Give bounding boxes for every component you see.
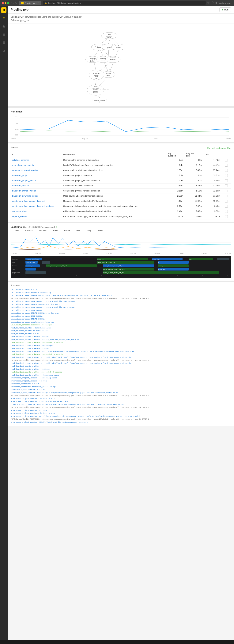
tab-close-icon[interactable]: ✕ <box>38 2 39 4</box>
run-with-upstreams-button[interactable]: Run with upstreams <box>207 147 226 149</box>
svg-line-12 <box>95 81 96 85</box>
app-container: M ≡ ◉ ⊞ ☰ ⚙ Pipeline pypi ▶ Run Builds a… <box>0 6 234 640</box>
node-avg-run-cell: 16:02m <box>184 199 203 204</box>
svg-text:version: version <box>106 48 111 50</box>
bookmark-icon[interactable]: ☆ <box>207 1 210 5</box>
dag-node-transform-download-counts: transform download counts <box>106 56 120 62</box>
node-id-cell[interactable]: transform_project_version <box>11 178 62 184</box>
svg-text:replace_schema: replace_schema <box>94 100 105 102</box>
sidebar-icon-grid[interactable]: ⊞ <box>2 32 6 37</box>
node-checkbox-cell[interactable] <box>222 168 231 173</box>
forward-button[interactable]: › <box>13 1 14 5</box>
dag-graph[interactable]: read download counts preprocess project … <box>11 27 231 103</box>
log-line: initialize_schemas: DROP SCHEMA <box>11 315 231 318</box>
browser-tab[interactable]: Pipeline pypi ✕ <box>19 1 42 5</box>
node-id-cell[interactable]: transform_download_counts <box>11 194 62 199</box>
run-button[interactable]: ▶ Run <box>220 8 231 12</box>
node-avg-duration-cell: 2:03m <box>166 194 184 199</box>
app-logo[interactable]: M <box>1 8 6 13</box>
node-checkbox-cell[interactable] <box>222 158 231 163</box>
back-button[interactable]: ‹ <box>11 1 12 5</box>
log-line: read_download_counts / after: {1 Zeile} <box>11 368 231 371</box>
reload-button[interactable]: ↻ <box>15 1 18 5</box>
legend-disc-write: Disc write <box>35 230 46 232</box>
node-checkbox-cell[interactable] <box>222 189 231 194</box>
log-line: initialize_schemas: CREATE SCHEMA pypi_d… <box>11 312 231 315</box>
node-avg-run-cell: 11:44m <box>184 194 203 199</box>
svg-text:2.5K: 2.5K <box>14 122 18 124</box>
info-icon[interactable]: ⓘ <box>211 1 214 5</box>
node-avg-duration-cell: 0.9s <box>166 173 184 178</box>
node-id-cell[interactable]: transform_installer <box>11 184 62 189</box>
node-id-cell[interactable]: initialize_schemas <box>11 158 62 163</box>
node-id-cell[interactable]: constrain_tables <box>11 209 62 214</box>
gantt-bar: transform_d... <box>26 264 40 267</box>
node-avg-run-cell: 46.0s <box>184 214 203 220</box>
node-description-cell: Adds foreign key constrains between the … <box>62 209 166 214</box>
node-checkbox-cell[interactable] <box>222 163 231 168</box>
url-bar[interactable]: 🔒 localhost:5000/data-integration/pypi <box>43 1 206 5</box>
node-avg-run-cell: 0.8s <box>184 158 203 163</box>
sidebar-icon-list[interactable]: ☰ <box>2 40 6 45</box>
col-header-id: ID <box>11 152 62 158</box>
node-id-cell[interactable]: replace_schema <box>11 214 62 220</box>
node-cost-cell: 33:09m <box>203 184 222 189</box>
node-id-cell[interactable]: transform_python_version <box>11 189 62 194</box>
node-description-cell: Creates the "python_version" dimension <box>62 189 166 194</box>
node-description-cell: Replaces the current pypi_dim schema wit… <box>62 214 166 220</box>
log-line: initialize_schemas: mara-example-project… <box>11 294 231 297</box>
node-checkbox-cell[interactable] <box>222 214 231 220</box>
log-line: PGTZ=Europe/Berlin PGOPTIONS=--client-mi… <box>11 297 231 300</box>
node-id-cell[interactable]: transform_project <box>11 173 62 178</box>
sidebar-icon-settings[interactable]: ⚙ <box>2 48 6 54</box>
run-times-x-labels: Sep 16 Sep 17 Sep 17 Sep 18 <box>11 138 231 140</box>
chart-legend: CPU Disc read Disc write Net in Net out <box>11 230 231 232</box>
close-button[interactable] <box>2 2 4 4</box>
node-avg-run-cell: 3.1s <box>184 178 203 184</box>
svg-text:set: set <box>96 77 98 79</box>
gantt-bar: create_download_counts_data... <box>97 261 154 264</box>
node-id-cell[interactable]: create_download_counts_data_set_attribut… <box>11 204 62 209</box>
node-id-cell[interactable]: preprocess_project_version <box>11 168 62 173</box>
node-avg-duration-cell: 1:15m <box>166 189 184 194</box>
run-nodes-button[interactable]: Run <box>227 147 231 149</box>
table-row: transform_project_version Creates the "p… <box>11 178 231 184</box>
log-line: initialize_schemas: succeeded, 0 changes <box>11 324 231 327</box>
node-avg-duration-cell: 0.6s <box>166 158 184 163</box>
log-line: read_download_counts: No newer files <box>11 330 231 333</box>
node-cost-cell: 19:54m <box>203 178 222 184</box>
node-id-cell[interactable]: create_download_counts_data_set <box>11 199 62 204</box>
legend-net-out-color <box>60 230 64 231</box>
log-line: read_download_counts / before: cat /b/ma… <box>11 350 231 353</box>
log-line: transform_python_version: ≙ 1:17m <box>11 388 231 392</box>
log-line: preprocess_project_version: cat /b/mara-… <box>11 415 231 418</box>
gantt-bar: transform_download... <box>26 258 42 260</box>
node-checkbox-cell[interactable] <box>222 178 231 184</box>
col-header-avg-duration: Avgduration <box>166 152 184 158</box>
node-id-cell[interactable]: read_download_counts <box>11 163 62 168</box>
legend-iowait-color <box>94 230 97 231</box>
log-line: read_download_counts / after: ✓ Launchin… <box>11 374 231 377</box>
node-checkbox-cell[interactable] <box>222 209 231 214</box>
node-checkbox-cell[interactable] <box>222 194 231 199</box>
dag-node-constrain-tables: constrain tables <box>102 71 115 78</box>
gantt-bar: create_download_counts_data_set <box>103 271 219 274</box>
browser-actions: ☆ ⓘ ⊞ <box>207 1 217 5</box>
svg-line-5 <box>100 50 103 56</box>
minimize-button[interactable] <box>4 2 6 4</box>
maximize-button[interactable] <box>7 2 9 4</box>
node-checkbox-cell[interactable] <box>222 184 231 189</box>
pipeline-description: Builds a PyPI downloads cube using the p… <box>8 14 234 24</box>
node-checkbox-cell[interactable] <box>222 204 231 209</box>
log-line: read_download_counts / before: no change… <box>11 344 231 348</box>
sidebar-icon-search[interactable]: ◉ <box>2 24 6 29</box>
log-line: transform_installer: transform_installer… <box>11 386 231 389</box>
sidebar-icon-home[interactable]: ≡ <box>2 16 5 21</box>
extensions-icon[interactable]: ⊞ <box>215 1 217 5</box>
node-cost-cell: 32:50m <box>203 189 222 194</box>
log-line: PGTZ=Europe/Berlin PGOPTIONS=--client-mi… <box>11 418 231 421</box>
node-checkbox-cell[interactable] <box>222 173 231 178</box>
node-checkbox-cell[interactable] <box>222 199 231 204</box>
svg-text:-1.5K: -1.5K <box>14 128 18 130</box>
node-description-cell: Creates a flat data set table for PyPI d… <box>62 199 166 204</box>
